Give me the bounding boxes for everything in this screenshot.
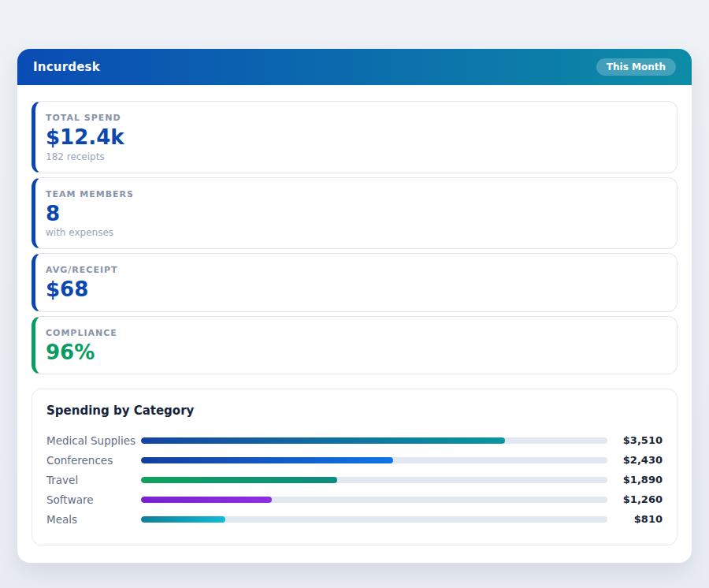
category-label: Software	[46, 493, 141, 506]
stat-value: 8	[46, 203, 664, 225]
category-bar-track	[141, 497, 607, 503]
category-bar-track	[141, 437, 607, 444]
spending-row: Medical Supplies $3,510	[46, 430, 663, 450]
stat-card: TEAM MEMBERS 8 with expenses	[32, 177, 677, 250]
spending-row-list: Medical Supplies $3,510 Conferences $2,4…	[46, 430, 663, 529]
category-label: Meals	[46, 513, 141, 526]
category-value: $3,510	[614, 434, 663, 446]
stat-card: COMPLIANCE 96%	[32, 316, 677, 375]
category-bar-track	[141, 516, 607, 523]
category-label: Travel	[46, 474, 141, 486]
category-bar-fill	[141, 477, 337, 483]
category-value: $2,430	[614, 454, 663, 466]
stat-card: TOTAL SPEND $12.4k 182 receipts	[32, 101, 677, 173]
period-badge[interactable]: This Month	[596, 58, 676, 76]
stat-card-list: TOTAL SPEND $12.4k 182 receipts TEAM MEM…	[32, 101, 677, 374]
spending-row: Conferences $2,430	[46, 450, 663, 470]
stat-label: AVG/RECEIPT	[46, 265, 664, 275]
stat-value: 96%	[46, 341, 664, 364]
category-bar-track	[141, 477, 607, 483]
category-label: Medical Supplies	[46, 434, 141, 447]
category-value: $810	[614, 513, 663, 525]
dashboard-content: TOTAL SPEND $12.4k 182 receipts TEAM MEM…	[17, 85, 692, 563]
stat-label: COMPLIANCE	[46, 328, 664, 338]
stat-card: AVG/RECEIPT $68	[32, 253, 677, 312]
stat-label: TEAM MEMBERS	[46, 189, 664, 199]
stat-value: $68	[46, 278, 664, 301]
category-bar-fill	[141, 437, 505, 444]
app-header: Incurdesk This Month	[17, 49, 692, 85]
stat-sublabel: with expenses	[46, 227, 664, 238]
spending-row: Travel $1,890	[46, 470, 663, 489]
category-bar-fill	[141, 497, 272, 503]
stat-value: $12.4k	[46, 126, 664, 149]
stat-sublabel: 182 receipts	[46, 151, 664, 162]
category-bar-fill	[141, 457, 393, 463]
category-bar-fill	[141, 516, 225, 523]
spending-row: Meals $810	[46, 509, 663, 529]
category-bar-track	[141, 457, 607, 463]
spending-title: Spending by Category	[46, 404, 663, 418]
app-title: Incurdesk	[33, 60, 100, 74]
category-value: $1,890	[614, 474, 663, 486]
app-container: Incurdesk This Month TOTAL SPEND $12.4k …	[17, 49, 692, 563]
category-label: Conferences	[46, 454, 141, 467]
spending-card: Spending by Category Medical Supplies $3…	[32, 389, 677, 545]
stat-label: TOTAL SPEND	[46, 113, 664, 123]
spending-row: Software $1,260	[46, 489, 663, 509]
category-value: $1,260	[614, 493, 663, 505]
